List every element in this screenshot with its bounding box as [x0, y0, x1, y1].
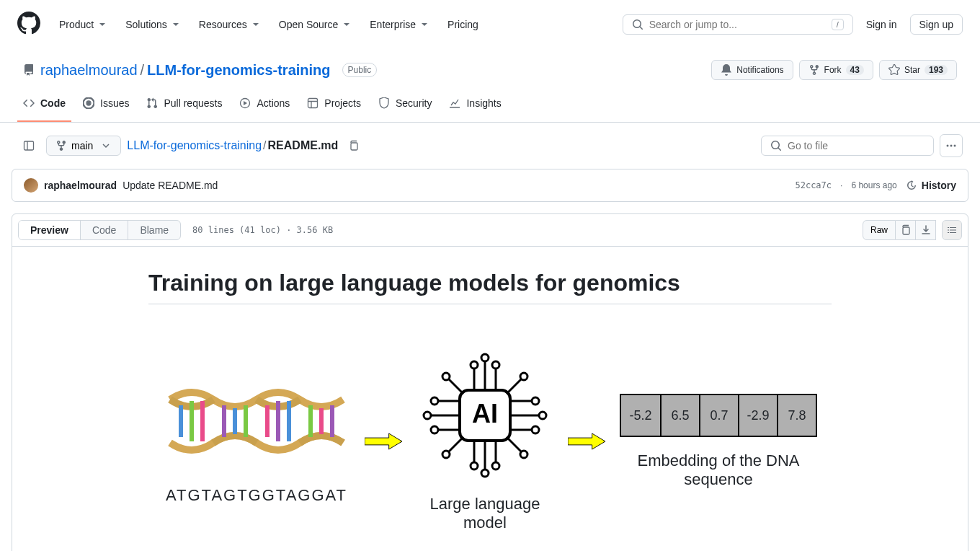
tab-issues[interactable]: Issues — [77, 92, 135, 122]
commit-bar: raphaelmourad Update README.md 52cca7c ·… — [12, 169, 968, 202]
file-toolbar: Preview Code Blame 80 lines (41 loc) · 3… — [12, 214, 968, 247]
dna-helix-icon — [163, 378, 350, 472]
svg-point-24 — [424, 412, 431, 419]
chevron-down-icon — [419, 19, 430, 30]
file-meta: 80 lines (41 loc) · 3.56 KB — [192, 225, 333, 235]
chevron-down-icon — [170, 19, 182, 30]
history-link[interactable]: History — [906, 180, 956, 191]
tab-security[interactable]: Security — [373, 92, 438, 122]
nav-enterprise[interactable]: Enterprise — [362, 14, 437, 35]
download-button[interactable] — [916, 220, 936, 240]
commit-message-link[interactable]: Update README.md — [122, 180, 218, 191]
nav-solutions[interactable]: Solutions — [118, 14, 189, 35]
file-path-bar: main LLM-for-genomics-training/README.md — [12, 134, 968, 157]
signup-button[interactable]: Sign up — [910, 14, 963, 35]
copy-raw-button[interactable] — [896, 220, 916, 240]
nav-product[interactable]: Product — [52, 14, 115, 35]
view-code-button[interactable]: Code — [81, 221, 128, 239]
copy-path-button[interactable] — [344, 136, 364, 156]
svg-point-26 — [532, 397, 539, 405]
ai-chip-icon: AI — [416, 351, 553, 480]
global-nav: Product Solutions Resources Open Source … — [52, 14, 486, 35]
svg-point-30 — [481, 354, 489, 361]
svg-point-27 — [539, 412, 546, 419]
commit-time: 6 hours ago — [851, 180, 896, 190]
embedding-cell: -2.9 — [738, 395, 777, 436]
fork-button[interactable]: Fork 43 — [799, 60, 873, 80]
chevron-down-icon — [100, 140, 112, 151]
pull-request-icon — [146, 97, 158, 109]
svg-rect-4 — [351, 143, 357, 150]
raw-button[interactable]: Raw — [863, 220, 896, 240]
breadcrumb: LLM-for-genomics-training/README.md — [127, 139, 338, 152]
svg-rect-3 — [24, 141, 34, 150]
star-count: 193 — [925, 65, 948, 75]
commit-author-link[interactable]: raphaelmourad — [44, 180, 117, 191]
file-area: main LLM-for-genomics-training/README.md… — [0, 123, 980, 551]
download-icon — [920, 224, 932, 236]
svg-point-23 — [431, 397, 438, 405]
code-icon — [23, 97, 35, 109]
svg-point-6 — [950, 145, 953, 147]
tab-projects[interactable]: Projects — [301, 92, 367, 122]
history-icon — [906, 180, 917, 191]
graph-icon — [449, 97, 460, 109]
avatar[interactable] — [24, 178, 38, 193]
search-input[interactable] — [649, 19, 826, 30]
nav-pricing[interactable]: Pricing — [440, 14, 486, 35]
star-icon — [888, 64, 900, 76]
go-to-file-input[interactable] — [788, 140, 925, 151]
svg-point-35 — [442, 373, 450, 380]
chevron-down-icon — [250, 19, 262, 30]
tab-actions[interactable]: Actions — [233, 92, 295, 122]
embedding-label: Embedding of the DNA sequence — [620, 451, 817, 489]
commit-hash-link[interactable]: 52cca7c — [795, 180, 832, 190]
outline-button[interactable] — [942, 220, 962, 240]
signin-link[interactable]: Sign in — [859, 14, 904, 35]
repo-name-link[interactable]: LLM-for-genomics-training — [147, 62, 330, 78]
go-to-file-box[interactable] — [761, 136, 934, 156]
fork-count: 43 — [846, 65, 864, 75]
notifications-button[interactable]: Notifications — [711, 60, 793, 80]
kebab-icon — [945, 140, 957, 151]
view-preview-button[interactable]: Preview — [19, 221, 81, 239]
chevron-down-icon — [97, 19, 108, 30]
svg-rect-8 — [903, 227, 909, 234]
svg-point-5 — [947, 145, 949, 147]
visibility-badge: Public — [342, 63, 378, 77]
embedding-column: -5.2 6.5 0.7 -2.9 7.8 Embedding of the D… — [620, 394, 817, 489]
svg-point-7 — [954, 145, 956, 147]
embedding-table: -5.2 6.5 0.7 -2.9 7.8 — [620, 394, 817, 437]
breadcrumb-filename: README.md — [268, 139, 339, 151]
more-options-button[interactable] — [940, 134, 963, 157]
dna-sequence-label: ATGTAGTGGTAGGAT — [166, 486, 347, 505]
copy-icon — [900, 224, 912, 236]
svg-point-34 — [492, 462, 499, 470]
branch-select-button[interactable]: main — [46, 136, 121, 156]
nav-resources[interactable]: Resources — [192, 14, 269, 35]
search-box[interactable]: / — [623, 14, 853, 35]
arrow-icon — [365, 428, 402, 454]
bell-icon — [721, 64, 732, 76]
tab-code[interactable]: Code — [17, 92, 71, 122]
toggle-file-tree-button[interactable] — [17, 134, 40, 157]
search-kbd: / — [832, 19, 844, 30]
arrow-icon — [568, 428, 605, 454]
dna-column: ATGTAGTGGTAGGAT — [163, 378, 350, 505]
star-button[interactable]: Star 193 — [879, 60, 957, 80]
nav-opensource[interactable]: Open Source — [272, 14, 360, 35]
svg-point-32 — [471, 462, 478, 470]
tab-pull-requests[interactable]: Pull requests — [141, 92, 228, 122]
repo-owner-link[interactable]: raphaelmourad — [40, 62, 138, 78]
issues-icon — [83, 97, 94, 109]
embedding-cell: 7.8 — [777, 395, 816, 436]
github-logo-link[interactable] — [17, 12, 40, 37]
svg-rect-2 — [308, 99, 318, 108]
repo-nav: Code Issues Pull requests Actions Projec… — [0, 92, 980, 123]
copy-icon — [348, 140, 360, 151]
view-toggle: Preview Code Blame — [18, 220, 181, 240]
tab-insights[interactable]: Insights — [443, 92, 507, 122]
breadcrumb-repo-link[interactable]: LLM-for-genomics-training — [127, 139, 262, 151]
search-icon — [632, 19, 643, 30]
view-blame-button[interactable]: Blame — [128, 221, 180, 239]
